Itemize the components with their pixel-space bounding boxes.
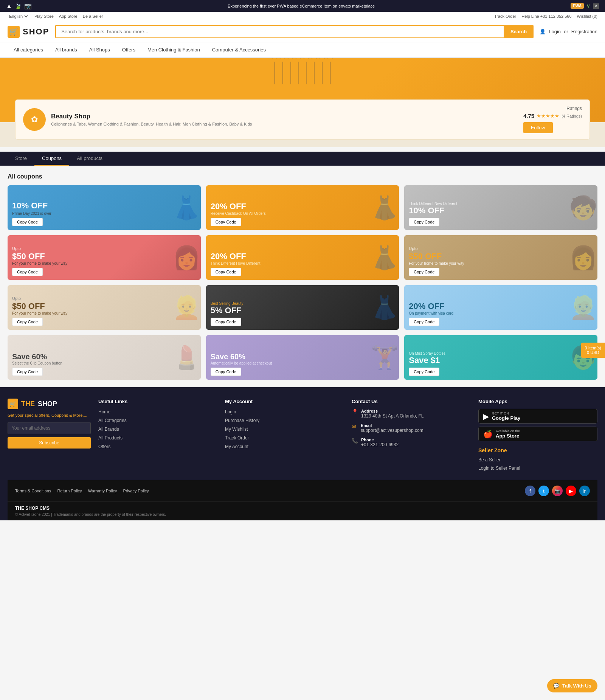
wishlist-link[interactable]: Wishlist (0) [577, 14, 597, 19]
tab-coupons[interactable]: Coupons [34, 152, 69, 166]
coupon-sub: Receive Cashback On All Orders [211, 211, 395, 216]
account-track-order[interactable]: Track Order [225, 435, 249, 441]
app-store-button[interactable]: 🍎 Available on the App Store [478, 427, 597, 441]
footer-bottom: Terms & Conditions Return Policy Warrant… [8, 480, 597, 501]
address-text: Address 1329 40th St Apt A Orlando, FL [361, 409, 424, 419]
privacy-policy-link[interactable]: Privacy Policy [123, 489, 149, 493]
warranty-policy-link[interactable]: Warranty Policy [88, 489, 117, 493]
search-button[interactable]: Search [504, 25, 534, 38]
nav-all-categories[interactable]: All categories [8, 42, 49, 57]
footer: 🛒 THE SHOP Get your special offers, Coup… [0, 387, 605, 520]
footer-logo: 🛒 THE SHOP [8, 399, 91, 409]
coupon-card: 👩 Upto $50 OFF For your home to make you… [404, 235, 597, 280]
coupon-overlay: Save 60% Select the Clip Coupon button C… [8, 349, 201, 380]
coupon-prime: Prime Day 2021 is over [12, 211, 196, 216]
footer-brand-col: 🛒 THE SHOP Get your special offers, Coup… [8, 399, 91, 471]
return-policy-link[interactable]: Return Policy [57, 489, 82, 493]
google-play-big: Google Play [492, 415, 520, 421]
youtube-icon[interactable]: ▶ [566, 486, 576, 496]
coupon-discount: $50 OFF [12, 301, 196, 311]
nav-all-shops[interactable]: All Shops [83, 42, 116, 57]
contact-address: 📍 Address 1329 40th St Apt A Orlando, FL [352, 409, 471, 419]
copy-code-button[interactable]: Copy Code [409, 318, 439, 326]
linkedin-icon[interactable]: in [579, 486, 590, 496]
coupon-card: 💄 Save 60% Select the Clip Coupon button… [8, 335, 201, 380]
cart-widget[interactable]: 0 Item(s) 0 USD [581, 343, 605, 358]
facebook-icon[interactable]: f [525, 486, 535, 496]
twitter-icon[interactable]: t [538, 486, 549, 496]
google-play-small: GET IT ON [492, 411, 520, 415]
be-seller-link[interactable]: Be a Seller [83, 14, 103, 19]
logo-camera: 📷 [24, 2, 32, 9]
account-login[interactable]: Login [225, 409, 236, 414]
coupon-overlay: Upto $50 OFF For your home to make your … [8, 293, 201, 330]
copy-code-button[interactable]: Copy Code [211, 368, 241, 376]
play-store-link[interactable]: Play Store [34, 14, 54, 19]
address-icon: 📍 [352, 409, 358, 415]
account-wishlist[interactable]: My Wishlist [225, 427, 248, 432]
useful-links-list: Home All Categories All Brands All Produ… [98, 409, 217, 449]
be-seller-footer-link[interactable]: Be a Seller [478, 457, 597, 463]
useful-link-home[interactable]: Home [98, 409, 110, 414]
subscribe-button[interactable]: Subscribe [8, 437, 91, 449]
app-store-big: App Store [496, 433, 520, 439]
shop-info: ✿ Beauty Shop Cellphones & Tabs, Women C… [23, 108, 252, 131]
cart-price: 0 USD [585, 350, 601, 355]
help-line-link[interactable]: Help Line +01 112 352 566 [521, 14, 571, 19]
nav-offers[interactable]: Offers [116, 42, 141, 57]
app-store-link[interactable]: App Store [59, 14, 78, 19]
login-link[interactable]: Login [549, 29, 561, 34]
copy-code-button[interactable]: Copy Code [409, 218, 439, 226]
instagram-icon[interactable]: 📷 [552, 486, 563, 496]
upto-label: Upto [12, 246, 196, 251]
coupon-discount: 20% OFF [409, 301, 593, 311]
nav-computer-accessories[interactable]: Computer & Accessories [206, 42, 272, 57]
phone-icon: 📞 [352, 438, 358, 444]
terms-link[interactable]: Terms & Conditions [15, 489, 51, 493]
copy-code-button[interactable]: Copy Code [211, 318, 241, 326]
nav-men-clothing[interactable]: Men Clothing & Fashion [141, 42, 206, 57]
email-subscribe-input[interactable] [8, 422, 91, 434]
copy-code-button[interactable]: Copy Code [409, 368, 439, 376]
shop-categories: Cellphones & Tabs, Women Clothing & Fash… [51, 122, 252, 126]
tab-all-products[interactable]: All products [69, 152, 110, 166]
search-input[interactable] [55, 25, 504, 38]
close-announcement-button[interactable]: × [593, 3, 599, 9]
google-play-button[interactable]: ▶ GET IT ON Google Play [478, 409, 597, 424]
useful-link-categories[interactable]: All Categories [98, 418, 127, 423]
login-seller-panel-link[interactable]: Login to Seller Panel [478, 466, 597, 471]
coupon-sub: For your home to make your way [12, 311, 196, 315]
list-item: Login [225, 409, 344, 414]
copy-code-button[interactable]: Copy Code [12, 218, 43, 226]
copy-code-button[interactable]: Copy Code [211, 268, 241, 276]
copy-code-button[interactable]: Copy Code [211, 218, 241, 226]
tab-store[interactable]: Store [8, 152, 34, 166]
useful-link-offers[interactable]: Offers [98, 444, 110, 449]
copy-code-button[interactable]: Copy Code [12, 368, 43, 376]
nav-all-brands[interactable]: All brands [49, 42, 83, 57]
coupon-overlay: Save 60% Automatically be applied at che… [206, 349, 399, 380]
useful-link-brands[interactable]: All Brands [98, 427, 119, 432]
follow-button[interactable]: Follow [523, 122, 553, 133]
footer-tagline: Get your special offers, Coupons & More.… [8, 413, 91, 418]
copy-code-button[interactable]: Copy Code [12, 268, 43, 276]
coupon-sub: For your home to make your way [12, 261, 196, 265]
track-order-link[interactable]: Track Order [494, 14, 516, 19]
list-item: Purchase History [225, 418, 344, 423]
copy-code-button[interactable]: Copy Code [409, 268, 439, 276]
upto-label: Upto [12, 296, 196, 301]
footer-top: 🛒 THE SHOP Get your special offers, Coup… [8, 399, 597, 480]
account-my-account[interactable]: My Account [225, 444, 248, 449]
list-item: Home [98, 409, 217, 414]
coupon-card: 🧒 Think Different New Different 10% OFF … [404, 185, 597, 230]
list-item: Offers [98, 444, 217, 449]
language-select[interactable]: English [8, 14, 29, 19]
useful-link-products[interactable]: All Products [98, 435, 123, 441]
sub-header-left: English Play Store App Store Be a Seller [8, 14, 103, 19]
copy-code-button[interactable]: Copy Code [12, 318, 43, 326]
account-purchase-history[interactable]: Purchase History [225, 418, 259, 423]
coupon-sub: For your home to make your way [409, 261, 593, 265]
footer-contact: Contact Us 📍 Address 1329 40th St Apt A … [352, 399, 471, 471]
registration-link[interactable]: Registration [571, 29, 597, 34]
list-item: Track Order [225, 435, 344, 441]
